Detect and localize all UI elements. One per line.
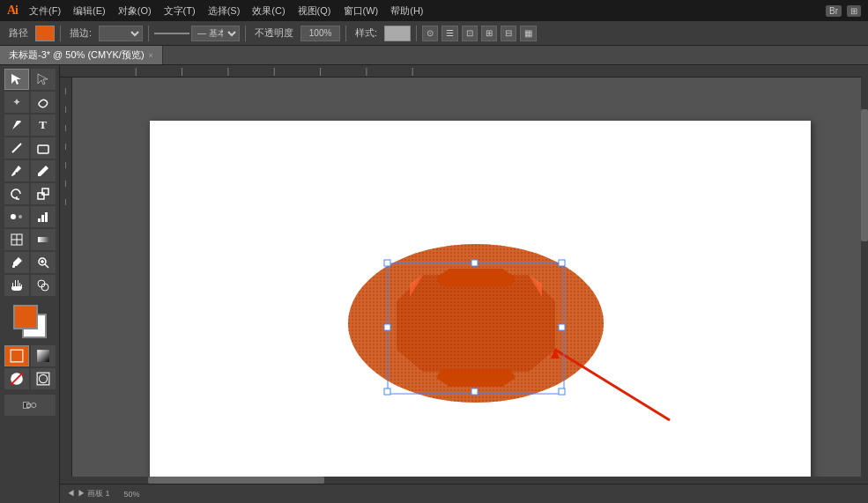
- vertical-scrollbar[interactable]: [861, 65, 868, 484]
- title-bar-right: Br ⊞: [826, 5, 861, 17]
- svg-rect-11: [45, 212, 48, 222]
- svg-line-2: [12, 144, 21, 152]
- hand-tool[interactable]: [4, 275, 29, 296]
- svg-marker-38: [436, 269, 516, 286]
- tool-row-3: T: [4, 115, 56, 136]
- opacity-label: 不透明度: [251, 26, 297, 40]
- artboard-indicator: ◀ ▶ 画板 1: [67, 488, 110, 499]
- toolbar-icon-grid[interactable]: ☰: [441, 26, 458, 41]
- fill-mode-btn[interactable]: [4, 345, 29, 366]
- document-tab[interactable]: 未标题-3* @ 50% (CMYK/预览) ×: [0, 46, 163, 64]
- layout-button[interactable]: ⊞: [847, 5, 861, 17]
- main-area: ✦ T: [0, 65, 868, 503]
- svg-rect-24: [37, 350, 49, 362]
- menu-window[interactable]: 窗口(W): [339, 3, 383, 19]
- svg-point-4: [15, 173, 17, 174]
- type-tool[interactable]: T: [31, 115, 56, 136]
- tab-bar: 未标题-3* @ 50% (CMYK/预览) ×: [0, 46, 868, 65]
- zoom-tool[interactable]: [31, 252, 56, 273]
- svg-marker-39: [436, 369, 516, 387]
- svg-rect-6: [42, 189, 48, 195]
- toolbar-icon-minus[interactable]: ⊟: [501, 26, 516, 41]
- tool-row-9: [4, 252, 56, 273]
- svg-rect-3: [38, 145, 48, 153]
- menu-type[interactable]: 文字(T): [160, 3, 200, 19]
- rect-tool[interactable]: [31, 137, 56, 159]
- menu-effect[interactable]: 效果(C): [248, 3, 289, 19]
- title-bar: Ai 文件(F) 编辑(E) 对象(O) 文字(T) 选择(S) 效果(C) 视…: [0, 0, 868, 21]
- path-label: 路径: [5, 26, 32, 40]
- svg-marker-1: [38, 74, 48, 85]
- status-bar: ◀ ▶ 画板 1 50%: [60, 484, 868, 503]
- menu-edit[interactable]: 编辑(E): [69, 3, 110, 19]
- mode-row: [4, 345, 56, 366]
- lasso-tool[interactable]: [31, 92, 56, 113]
- toolbar-icon-box[interactable]: ⊡: [462, 26, 478, 41]
- left-toolbar: ✦ T: [0, 65, 60, 503]
- svg-rect-23: [11, 350, 23, 362]
- style-swatch[interactable]: [384, 26, 411, 41]
- stroke-line-preview: [154, 33, 189, 34]
- menu-help[interactable]: 帮助(H): [386, 3, 427, 19]
- scale-tool[interactable]: [31, 183, 56, 204]
- stroke-type-select[interactable]: — 基本: [191, 26, 240, 41]
- tool-row-2: ✦: [4, 92, 56, 113]
- svg-line-40: [555, 350, 670, 420]
- line-tool[interactable]: [4, 137, 29, 159]
- rotate-tool[interactable]: [4, 183, 29, 204]
- canvas-area[interactable]: ||||||| |||||||: [60, 65, 868, 503]
- svg-rect-10: [41, 215, 44, 222]
- magic-wand-tool[interactable]: ✦: [4, 92, 29, 113]
- color-wells-container: [13, 305, 47, 338]
- selection-tool[interactable]: [4, 69, 29, 90]
- stroke-select[interactable]: [99, 26, 143, 41]
- sep3: [245, 26, 246, 41]
- bar-chart-tool[interactable]: [31, 206, 56, 227]
- normal-mode-btn[interactable]: [4, 368, 29, 389]
- svg-rect-31: [31, 403, 35, 407]
- menu-file[interactable]: 文件(F): [25, 3, 65, 19]
- opacity-input[interactable]: [300, 26, 340, 41]
- direct-selection-tool[interactable]: [31, 69, 56, 90]
- sep4: [345, 26, 346, 41]
- mesh-tool[interactable]: [4, 229, 29, 250]
- draw-mode-btn[interactable]: [4, 395, 56, 416]
- fill-well[interactable]: [13, 305, 38, 329]
- stroke-label: 描边:: [66, 26, 95, 40]
- blend-tool[interactable]: [4, 206, 29, 227]
- toolbar-icon-pattern[interactable]: ▦: [520, 26, 537, 41]
- menu-view[interactable]: 视图(Q): [293, 3, 336, 19]
- color-wells: [13, 305, 47, 338]
- menu-select[interactable]: 选择(S): [204, 3, 245, 19]
- artwork-svg: [150, 121, 811, 491]
- svg-point-7: [11, 214, 16, 219]
- shape-builder-tool[interactable]: [31, 275, 56, 296]
- tool-row-5: [4, 160, 56, 181]
- toolbar-icon-grid2[interactable]: ⊞: [481, 26, 497, 41]
- toolbar-icon-circle[interactable]: ⊙: [422, 26, 438, 41]
- paintbrush-tool[interactable]: [4, 160, 29, 181]
- svg-rect-47: [384, 388, 390, 395]
- screen-mode-btn[interactable]: [31, 368, 56, 389]
- h-ruler: |||||||: [60, 65, 868, 78]
- tool-row-6: [4, 183, 56, 204]
- svg-rect-16: [12, 265, 15, 268]
- pencil-tool[interactable]: [31, 160, 56, 181]
- tab-close-btn[interactable]: ×: [149, 51, 153, 60]
- menu-object[interactable]: 对象(O): [114, 3, 156, 19]
- style-label: 样式:: [352, 26, 381, 40]
- gradient-mode-btn[interactable]: [31, 345, 56, 366]
- bridge-button[interactable]: Br: [826, 5, 842, 17]
- svg-rect-45: [384, 260, 390, 266]
- gradient-tool[interactable]: [31, 229, 56, 250]
- ai-logo: Ai: [7, 4, 18, 18]
- eyedropper-tool[interactable]: [4, 252, 29, 273]
- sep2: [148, 26, 149, 41]
- fill-swatch[interactable]: [35, 26, 55, 41]
- horizontal-scrollbar[interactable]: [60, 477, 868, 484]
- pen-tool[interactable]: [4, 115, 29, 136]
- svg-rect-52: [559, 324, 565, 330]
- sep5: [416, 26, 417, 41]
- svg-rect-48: [559, 388, 565, 395]
- svg-marker-0: [11, 74, 21, 85]
